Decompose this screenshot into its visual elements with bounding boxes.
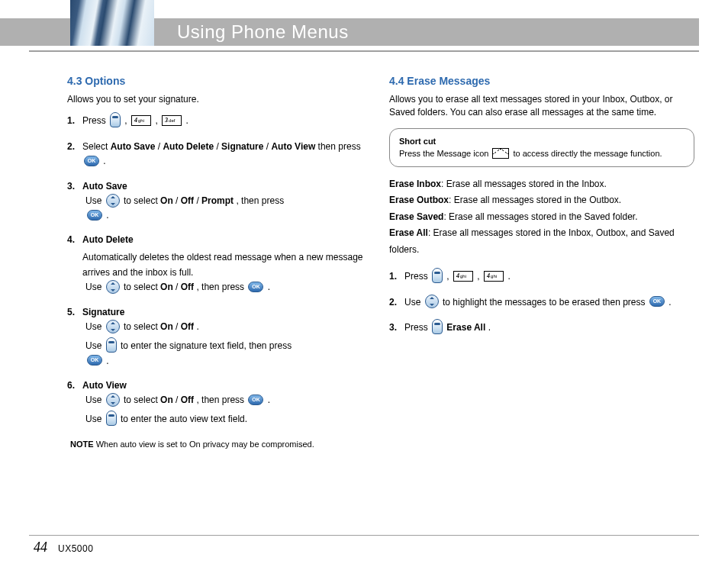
section-subtitle: Allows you to set your signature. <box>67 93 372 106</box>
text: . <box>268 282 270 292</box>
section-subtitle-erase: Allows you to erase all text messages st… <box>389 93 694 119</box>
text: to select <box>124 395 160 405</box>
step-1: Press , 4ghi , 3def . <box>67 114 372 129</box>
text: . <box>185 115 188 126</box>
shortcut-box: Short cut Press the Message icon to acce… <box>389 128 694 167</box>
steps-list-right: Press , 4ghi , 4ghi . Use to highlight t… <box>389 269 694 336</box>
text: to select <box>124 321 160 332</box>
text: Off <box>181 321 194 332</box>
numkey-3-icon: 3def <box>162 115 182 126</box>
bullet: Use to select On / Off / Prompt , then p… <box>85 194 372 222</box>
bullet: Use to select On / Off , then press OK . <box>85 393 372 407</box>
desc: Erase all messages stored in the Inbox, … <box>389 227 675 255</box>
text: . <box>103 156 105 166</box>
text: . <box>268 395 270 405</box>
bullet: Use to enter the auto view text field. <box>85 412 372 427</box>
ok-button-icon: OK <box>649 296 665 307</box>
text: , <box>124 115 130 126</box>
soft-left-key-icon <box>432 268 443 283</box>
ok-button-icon: OK <box>248 282 263 292</box>
erase-option: Erase All: Erase all messages stored in … <box>389 225 694 258</box>
text: Auto Save <box>111 141 156 152</box>
text: , then press <box>196 395 246 405</box>
text: Press the Message icon <box>399 149 491 158</box>
soft-left-key-icon <box>432 319 443 334</box>
text: Auto View <box>82 380 127 391</box>
nav-updown-icon <box>106 320 120 333</box>
soft-left-key-icon <box>106 411 117 426</box>
erase-options: Erase Inbox: Erase all messages stored i… <box>389 176 694 259</box>
label: Erase Saved <box>389 211 443 222</box>
text: / <box>176 395 181 405</box>
steps-list-left: Press , 4ghi , 3def . Select Auto Save /… <box>67 114 372 427</box>
step-2: Select Auto Save / Auto Delete / Signatu… <box>67 140 372 169</box>
right-column: 4.4 Erase Messages Allows you to erase a… <box>389 70 694 346</box>
step-3-auto-save: Auto Save Use to select On / Off / Promp… <box>67 179 372 222</box>
model-name: UX5000 <box>58 543 93 554</box>
ok-button-icon: OK <box>87 210 102 221</box>
bullet: Use to select On / Off , then press OK . <box>85 280 372 295</box>
envelope-icon <box>492 148 509 159</box>
nav-updown-icon <box>425 295 439 308</box>
text: Use <box>85 414 105 424</box>
numkey-4-icon: 4ghi <box>131 115 151 126</box>
text: Use <box>404 297 424 308</box>
text: Off <box>181 195 194 206</box>
erase-option: Erase Saved: Erase all messages stored i… <box>389 209 694 226</box>
header-rule <box>29 50 699 52</box>
header-image <box>70 0 154 46</box>
section-title-erase: 4.4 Erase Messages <box>389 75 694 87</box>
text: , then press <box>196 282 246 292</box>
erase-option: Erase Outbox: Erase all messages stored … <box>389 192 694 209</box>
label: Erase Outbox <box>389 195 449 205</box>
left-column: 4.3 Options Allows you to set your signa… <box>67 70 372 450</box>
text: / <box>176 321 181 332</box>
section-title-options: 4.3 Options <box>67 75 372 87</box>
ok-button-icon: OK <box>87 355 102 366</box>
step-r3: Press Erase All . <box>389 320 694 336</box>
text: , then press <box>236 195 284 206</box>
soft-left-key-icon <box>106 337 117 353</box>
text: On <box>160 195 173 206</box>
page-title: Using Phone Menus <box>177 18 349 46</box>
text: On <box>160 395 173 405</box>
text: Press <box>82 115 108 126</box>
text: Off <box>181 282 194 292</box>
text: On <box>160 282 173 292</box>
ok-button-icon: OK <box>248 395 263 405</box>
step-5-signature: Signature Use to select On / Off . Use t… <box>67 305 372 368</box>
text: . <box>507 271 510 282</box>
text: Auto Delete <box>163 141 214 152</box>
text: Auto View <box>271 141 315 152</box>
text: to enter the signature text field, then … <box>121 340 292 351</box>
label: Erase Inbox <box>389 179 441 189</box>
text: . <box>488 322 491 333</box>
text: Erase All <box>446 322 485 333</box>
shortcut-label: Short cut <box>399 137 436 146</box>
text: Auto Delete <box>82 234 134 245</box>
page-number: 44 <box>34 540 47 556</box>
text: Press <box>404 271 430 282</box>
text: . <box>106 356 108 366</box>
text: . <box>668 297 671 308</box>
text: Press <box>404 322 430 333</box>
text: Select <box>82 141 111 152</box>
step-r1: Press , 4ghi , 4ghi . <box>389 269 694 285</box>
step-r2: Use to highlight the messages to be eras… <box>389 295 694 310</box>
text: to enter the auto view text field. <box>121 414 247 424</box>
note: NOTE When auto view is set to On privacy… <box>67 438 372 451</box>
text: Signature <box>82 307 124 317</box>
text: to select <box>124 195 160 206</box>
soft-left-key-icon <box>110 112 121 127</box>
nav-updown-icon <box>106 393 120 407</box>
text: to select <box>124 282 160 292</box>
text: Use <box>85 395 105 405</box>
nav-updown-icon <box>106 280 120 294</box>
numkey-4-icon: 4ghi <box>453 271 473 282</box>
label: Erase All <box>389 227 428 238</box>
note-label: NOTE <box>70 440 94 449</box>
text: Automatically deletes the oldest read me… <box>82 250 372 279</box>
text: Use <box>85 321 105 332</box>
text: , <box>155 115 160 126</box>
desc: Erase all messages stored in the Saved f… <box>449 211 637 222</box>
